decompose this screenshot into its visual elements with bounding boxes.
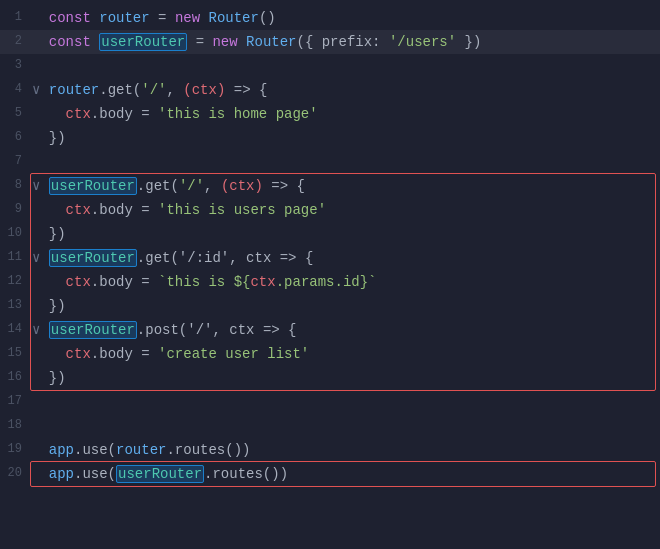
line-content: }) [32,223,652,245]
code-line-5: 6 }) [0,126,660,150]
line-content: ctx.body = 'create user list' [32,343,652,365]
line-content: app.use(userRouter.routes()) [32,463,652,485]
code-line-17: 18 [0,414,660,438]
line-number: 11 [4,248,32,267]
line-content: ∨ userRouter.get('/', (ctx) => { [32,175,652,197]
line-content: ctx.body = 'this is home page' [32,103,652,125]
code-line-0: 1 const router = new Router() [0,6,660,30]
line-content: const userRouter = new Router({ prefix: … [32,31,652,53]
highlighted-variable: userRouter [99,33,187,51]
line-content: ∨ router.get('/', (ctx) => { [32,79,652,101]
line-content: }) [32,127,652,149]
line-number: 18 [4,416,32,435]
line-content: }) [32,295,652,317]
code-line-1: 2 const userRouter = new Router({ prefix… [0,30,660,54]
line-number: 13 [4,296,32,315]
line-number: 10 [4,224,32,243]
line-number: 12 [4,272,32,291]
line-number: 15 [4,344,32,363]
line-content: ctx.body = `this is ${ctx.params.id}` [32,271,652,293]
line-number: 16 [4,368,32,387]
code-line-13: 14∨ userRouter.post('/', ctx => { [0,318,660,342]
line-content: }) [32,367,652,389]
code-line-7: 8∨ userRouter.get('/', (ctx) => { [0,174,660,198]
line-number: 20 [4,464,32,483]
code-line-18: 19 app.use(router.routes()) [0,438,660,462]
line-content: const router = new Router() [32,7,652,29]
code-line-9: 10 }) [0,222,660,246]
code-line-2: 3 [0,54,660,78]
highlighted-variable: userRouter [49,249,137,267]
line-number: 1 [4,8,32,27]
code-editor: 1 const router = new Router()2 const use… [0,0,660,492]
highlighted-variable: userRouter [116,465,204,483]
code-line-12: 13 }) [0,294,660,318]
line-number: 6 [4,128,32,147]
code-line-16: 17 [0,390,660,414]
line-number: 2 [4,32,32,51]
line-number: 3 [4,56,32,75]
highlighted-variable: userRouter [49,177,137,195]
code-line-15: 16 }) [0,366,660,390]
line-number: 8 [4,176,32,195]
line-content: ctx.body = 'this is users page' [32,199,652,221]
line-number: 9 [4,200,32,219]
code-line-19: 20 app.use(userRouter.routes()) [0,462,660,486]
line-number: 7 [4,152,32,171]
code-line-3: 4∨ router.get('/', (ctx) => { [0,78,660,102]
line-number: 19 [4,440,32,459]
line-content: app.use(router.routes()) [32,439,652,461]
line-number: 5 [4,104,32,123]
code-line-10: 11∨ userRouter.get('/:id', ctx => { [0,246,660,270]
code-line-4: 5 ctx.body = 'this is home page' [0,102,660,126]
line-content: ∨ userRouter.get('/:id', ctx => { [32,247,652,269]
code-line-6: 7 [0,150,660,174]
highlighted-variable: userRouter [49,321,137,339]
line-number: 14 [4,320,32,339]
code-line-11: 12 ctx.body = `this is ${ctx.params.id}` [0,270,660,294]
line-content: ∨ userRouter.post('/', ctx => { [32,319,652,341]
code-line-14: 15 ctx.body = 'create user list' [0,342,660,366]
code-line-8: 9 ctx.body = 'this is users page' [0,198,660,222]
line-number: 17 [4,392,32,411]
line-number: 4 [4,80,32,99]
